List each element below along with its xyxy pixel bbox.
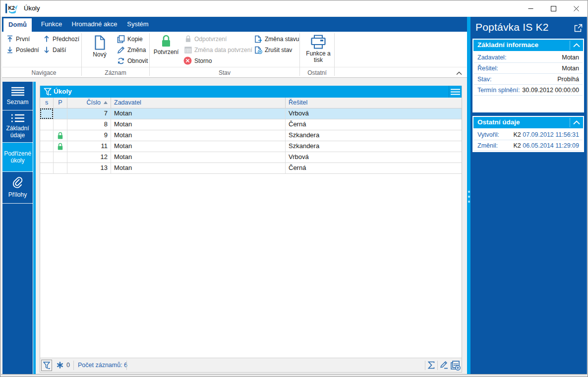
section-header-separator: [570, 118, 570, 127]
title-label: Základní informace: [477, 41, 538, 49]
maximize-icon: [551, 6, 556, 11]
close-button[interactable]: [565, 0, 588, 16]
sigma-icon: [428, 361, 435, 369]
ribbon-button-predchozi[interactable]: Předchozí: [43, 35, 79, 43]
tab-domu[interactable]: Domů: [3, 18, 32, 32]
filter-funnel-icon: [44, 88, 53, 96]
cancel-label: Storno: [194, 57, 212, 64]
collapse-section-icon[interactable]: [573, 120, 581, 125]
ribbon-button-prvni[interactable]: První: [6, 35, 30, 43]
tab-hromadne-akce[interactable]: Hromadné akce: [66, 17, 122, 32]
ribbon-group-label-zaznam: Záznam: [82, 68, 149, 77]
column-header-p[interactable]: P: [54, 98, 67, 108]
column-header-s[interactable]: s: [40, 98, 54, 108]
t-cell: [40, 119, 54, 130]
sidebar-accent-strip: [33, 82, 36, 375]
minimize-button[interactable]: [519, 0, 542, 16]
table-row[interactable]: 13 Motan Černá: [40, 163, 462, 174]
chevron-up-icon: [456, 71, 463, 75]
ribbon-button-obnovit[interactable]: Obnovit: [117, 57, 148, 65]
section-header[interactable]: Ostatní údaje: [473, 117, 583, 128]
cislo-label: 8: [67, 119, 111, 130]
close-icon: [574, 6, 579, 11]
grid-menu-button[interactable]: [449, 86, 462, 98]
column-header-cislo[interactable]: Číslo: [67, 98, 111, 108]
cislo-label: 13: [67, 163, 111, 174]
field-row: Termín splnění:30.09.2012 00:00:00: [474, 85, 583, 96]
label-label: Změnil:: [477, 142, 498, 149]
zadavatel-label: Zadavatel: [114, 99, 141, 106]
ribbon-group-label-navigace: Navigace: [6, 68, 81, 77]
cislo-label: 9: [67, 130, 111, 141]
add-column-button[interactable]: [451, 361, 461, 371]
ribbon-button-potvrzeni[interactable]: Potvrzení: [152, 35, 180, 55]
arrow-first-icon: [6, 35, 13, 43]
table-row[interactable]: 8 Motan Černá: [40, 119, 462, 130]
app-window: K2 Úkoly Domů Funkce Hromadné akce Systé…: [0, 0, 588, 377]
sidebar-item-seznam[interactable]: Seznam: [2, 82, 33, 110]
open-in-window-icon[interactable]: [574, 24, 583, 32]
tab-funkce[interactable]: Funkce: [38, 17, 65, 32]
table-row[interactable]: 7 Motan Vrbová: [40, 108, 462, 119]
zadavatel-label: Motan: [111, 163, 286, 174]
t-cell: [54, 119, 67, 130]
tab-system[interactable]: Systém: [123, 17, 152, 32]
ribbon-button-zrusit-stav[interactable]: Zrušit stav: [254, 46, 292, 54]
ribbon-button-posledni[interactable]: Poslední: [6, 46, 39, 54]
ribbon-button-dalsi[interactable]: Další: [43, 46, 66, 54]
sidebar-item-prilohy[interactable]: Přílohy: [2, 172, 33, 204]
sidebar: Seznam Základní údaje Podřízené úkoly Př…: [2, 82, 33, 375]
s-label: s: [45, 99, 48, 106]
arrow-down-icon: [43, 46, 50, 54]
section-header[interactable]: Základní informace: [473, 40, 583, 51]
ribbon-button-zmena-stavu[interactable]: Změna stavu: [254, 35, 299, 43]
ribbon-button-odpotvrzeni[interactable]: Odpotvrzení: [184, 35, 227, 43]
resitel-label: Vrbová: [286, 152, 462, 163]
value-label: Probíhá: [557, 76, 579, 83]
row-focus-cell[interactable]: [40, 108, 54, 119]
ribbon-button-funkce-a-tisk[interactable]: Funkce a tisk: [303, 35, 333, 63]
splitter-dot: [468, 196, 470, 198]
sum-button[interactable]: [428, 361, 435, 369]
collapse-section-icon[interactable]: [573, 43, 581, 48]
first-label: První: [16, 36, 30, 43]
section-ostatni-udaje: Ostatní údaje Vytvořil: K2 07.09.2012 11…: [472, 116, 584, 152]
maximize-button[interactable]: [542, 0, 565, 16]
resitel-label: Černá: [286, 163, 462, 174]
ribbon-group-label-stav: Stav: [150, 68, 299, 77]
table-row[interactable]: 9 Motan Szkandera: [40, 130, 462, 141]
edit-button[interactable]: [440, 361, 448, 369]
panel-splitter[interactable]: [467, 17, 470, 375]
refresh-label: Obnovit: [127, 57, 148, 64]
minimize-icon: [528, 6, 533, 11]
ribbon-button-novy[interactable]: Nový: [87, 35, 112, 58]
t-cell: [40, 130, 54, 141]
ribbon-button-zmena-data-potvrzeni[interactable]: Změna data potvrzení: [184, 46, 252, 54]
v: K2 06.05.2014 11:29:09: [513, 142, 579, 149]
statusbar-filter-button[interactable]: [41, 360, 52, 371]
table-row[interactable]: 12 Motan Vrbová: [40, 152, 462, 163]
column-header-zadavatel[interactable]: Zadavatel: [111, 98, 286, 108]
hamburger-icon: [451, 89, 460, 95]
asterisk-glyph-icon: [57, 362, 63, 369]
column-header-resitel[interactable]: Řešitel: [286, 98, 462, 108]
paperclip-icon: [12, 177, 23, 189]
ribbon-button-zmena[interactable]: Změna: [117, 46, 146, 54]
asterisk-icon: [57, 362, 63, 369]
label-label: Zadavatel:: [477, 54, 506, 61]
open-in-window-glyph-icon: [574, 24, 583, 32]
ribbon-group-label-ostatni: Ostatní: [300, 68, 334, 77]
v: K2 07.09.2012 11:56:31: [513, 131, 579, 138]
ribbon-button-storno[interactable]: Storno: [183, 56, 212, 65]
ribbon-button-kopie[interactable]: Kopie: [117, 35, 143, 43]
sidebar-item-podrizene-ukoly[interactable]: Podřízené úkoly: [2, 143, 33, 172]
copy-label: Kopie: [127, 36, 143, 43]
t-cell: [54, 152, 67, 163]
collapse-ribbon-button[interactable]: [456, 71, 463, 75]
sidebar-item-zakladni-udaje[interactable]: Základní údaje: [2, 110, 33, 143]
statusbar-separator: [73, 361, 74, 370]
filter-icon[interactable]: [44, 88, 53, 96]
table-row[interactable]: 11 Motan Szkandera: [40, 141, 462, 152]
statusbar-separator: [437, 361, 438, 370]
field-row: Řešitel:Motan: [474, 63, 583, 74]
